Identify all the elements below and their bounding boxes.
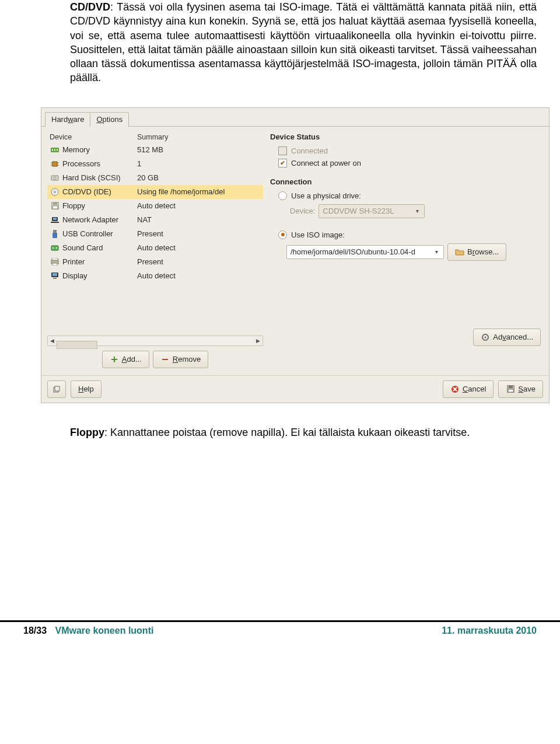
cancel-button[interactable]: Cancel <box>443 380 494 398</box>
cell-summary: Auto detect <box>137 271 263 280</box>
hdd-icon <box>50 173 60 183</box>
physical-device-combo: CDDVDW SH-S223L ▾ <box>318 204 425 218</box>
device-field-label: Device: <box>290 207 315 215</box>
table-row[interactable]: Network Adapter NAT <box>47 213 263 227</box>
tab-bar: Hardware Options <box>41 108 549 127</box>
connect-at-poweron-checkbox[interactable]: ✔ <box>278 159 287 167</box>
svg-rect-19 <box>53 230 57 233</box>
iso-path-combo[interactable]: /home/jorma/deli/ISO/ubuntu-10.04-d ▾ <box>286 245 444 259</box>
svg-rect-36 <box>55 386 60 391</box>
dialog-bottom-bar: Help Cancel Save <box>41 375 549 399</box>
usb-icon <box>50 229 60 239</box>
svg-rect-29 <box>53 278 57 279</box>
svg-rect-1 <box>52 149 53 151</box>
save-icon <box>506 385 515 394</box>
plus-icon <box>110 355 119 364</box>
cell-summary: Using file /home/jorma/del <box>137 187 263 196</box>
cell-name: Memory <box>62 145 137 154</box>
cell-name: USB Controller <box>62 229 137 238</box>
paragraph-floppy: Floppy: Kannattanee poistaa (remove napi… <box>70 425 537 439</box>
connect-at-poweron-label: Connect at power on <box>291 159 361 167</box>
chevron-down-icon[interactable]: ▾ <box>432 249 441 255</box>
page-number: 18/33 <box>23 626 47 635</box>
save-button[interactable]: Save <box>498 380 543 398</box>
iso-image-label: Use ISO image: <box>291 230 345 239</box>
svg-rect-28 <box>52 273 57 276</box>
cell-name: Hard Disk (SCSI) <box>62 173 137 182</box>
table-row[interactable]: Sound Card Auto detect <box>47 241 263 255</box>
cell-summary: 1 <box>137 159 263 168</box>
remove-button[interactable]: Remove <box>153 351 208 368</box>
cell-name: Network Adapter <box>62 215 137 224</box>
svg-point-34 <box>485 336 487 338</box>
svg-rect-4 <box>52 162 57 166</box>
add-button[interactable]: Add... <box>102 351 149 368</box>
svg-point-10 <box>54 177 56 179</box>
cell-name: Sound Card <box>62 243 137 252</box>
svg-point-22 <box>52 247 54 249</box>
cell-summary: Present <box>137 257 263 266</box>
scroll-right-icon[interactable]: ▶ <box>254 337 262 345</box>
svg-rect-20 <box>52 233 57 238</box>
svg-rect-15 <box>52 206 58 209</box>
iso-image-radio[interactable] <box>278 230 287 239</box>
device-table-header: Device Summary <box>47 131 263 143</box>
cell-summary: Auto detect <box>137 243 263 252</box>
gear-icon <box>481 333 490 342</box>
physical-drive-radio[interactable] <box>278 191 287 200</box>
cell-name: Floppy <box>62 201 137 210</box>
cell-name: Printer <box>62 257 137 266</box>
table-row[interactable]: Floppy Auto detect <box>47 199 263 213</box>
cell-summary: Auto detect <box>137 201 263 210</box>
svg-rect-41 <box>509 386 513 388</box>
text-floppy: : Kannattanee poistaa (remove napilla). … <box>104 427 470 438</box>
network-icon <box>50 215 60 225</box>
printer-icon <box>50 257 60 267</box>
connected-checkbox <box>278 146 287 155</box>
scroll-left-icon[interactable]: ◀ <box>48 337 57 345</box>
lead-floppy: Floppy <box>70 427 104 438</box>
table-row[interactable]: Hard Disk (SCSI) 20 GB <box>47 171 263 185</box>
page-footer: 18/33 VMware koneen luonti 11. marraskuu… <box>0 620 560 642</box>
physical-device-value: CDDVDW SH-S223L <box>323 207 412 215</box>
svg-rect-17 <box>53 218 57 220</box>
footer-title: VMware koneen luonti <box>55 626 154 635</box>
header-device: Device <box>47 133 137 141</box>
table-row[interactable]: USB Controller Present <box>47 227 263 241</box>
svg-point-23 <box>56 247 58 249</box>
device-status-title: Device Status <box>270 132 543 141</box>
svg-rect-26 <box>52 263 57 266</box>
device-detail-pane: Device Status Connected ✔ Connect at pow… <box>268 131 543 368</box>
cell-summary: NAT <box>137 215 263 224</box>
display-icon <box>50 271 60 281</box>
cell-summary: Present <box>137 229 263 238</box>
sound-icon <box>50 243 60 253</box>
svg-rect-24 <box>52 258 58 260</box>
tab-hardware[interactable]: Hardware <box>45 112 90 127</box>
footer-date: 11. marraskuuta 2010 <box>442 626 537 636</box>
horizontal-scrollbar[interactable]: ◀ ▶ <box>47 336 263 346</box>
memory-icon <box>50 145 60 155</box>
help-button[interactable]: Help <box>71 380 102 398</box>
connected-label: Connected <box>291 146 328 155</box>
table-row[interactable]: Memory 512 MB <box>47 143 263 157</box>
table-row[interactable]: Printer Present <box>47 255 263 269</box>
floppy-icon <box>50 201 60 211</box>
browse-button[interactable]: Browse... <box>447 243 506 261</box>
folder-icon <box>455 247 464 257</box>
tab-options[interactable]: Options <box>90 112 129 127</box>
restore-icon-button[interactable] <box>47 380 66 398</box>
connection-title: Connection <box>270 177 543 186</box>
table-row[interactable]: CD/DVD (IDE) Using file /home/jorma/del <box>47 185 263 199</box>
advanced-button[interactable]: Advanced... <box>473 329 541 346</box>
minus-icon <box>160 355 170 364</box>
table-row[interactable]: Display Auto detect <box>47 269 263 283</box>
svg-rect-18 <box>51 222 59 223</box>
svg-rect-42 <box>508 389 513 392</box>
cell-name: Processors <box>62 159 137 168</box>
restore-icon <box>52 385 61 394</box>
svg-point-12 <box>54 191 56 193</box>
table-row[interactable]: Processors 1 <box>47 157 263 171</box>
iso-path-value: /home/jorma/deli/ISO/ubuntu-10.04-d <box>290 247 432 256</box>
text-cddvd: : Tässä voi olla fyysinen asema tai ISO-… <box>70 1 537 83</box>
